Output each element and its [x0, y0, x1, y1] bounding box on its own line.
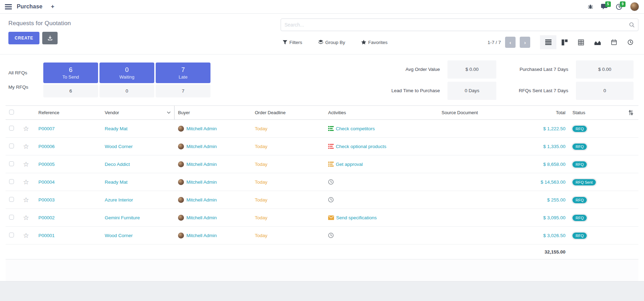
buyer-link[interactable]: Mitchell Admin: [186, 126, 217, 131]
table-row[interactable]: ☆ P00005 Deco Addict Mitchell Admin Toda…: [6, 155, 638, 173]
buyer-link[interactable]: Mitchell Admin: [186, 197, 217, 203]
kpi-late[interactable]: 7 Late: [156, 63, 210, 83]
column-header-total[interactable]: Total: [531, 110, 569, 115]
kpi-my-waiting[interactable]: 0: [99, 85, 154, 97]
favorite-star-icon[interactable]: ☆: [23, 178, 29, 186]
messages-icon[interactable]: 5: [601, 3, 608, 10]
create-button[interactable]: CREATE: [8, 32, 39, 44]
filters-button[interactable]: Filters: [283, 40, 302, 45]
adjust-columns-icon[interactable]: [628, 110, 634, 115]
total-amount: $ 3,026.50: [543, 233, 565, 238]
favorite-star-icon[interactable]: ☆: [23, 161, 29, 168]
status-badge: RFQ: [572, 161, 587, 168]
group-by-button[interactable]: Group By: [318, 40, 345, 45]
table-row[interactable]: ☆ P00004 Ready Mat Mitchell Admin Today …: [6, 173, 638, 191]
activities-clock-icon[interactable]: 9: [616, 3, 622, 10]
activity-view-button[interactable]: [622, 35, 638, 49]
layers-icon: [318, 40, 323, 45]
activity-tasks-icon[interactable]: [328, 126, 334, 131]
search-input[interactable]: [284, 22, 629, 28]
vendor-link[interactable]: Gemini Furniture: [105, 215, 140, 220]
vendor-link[interactable]: Ready Mat: [105, 179, 127, 185]
activity-label[interactable]: Check competitors: [336, 126, 375, 131]
buyer-link[interactable]: Mitchell Admin: [186, 162, 217, 167]
row-checkbox[interactable]: [9, 197, 14, 202]
column-header-status[interactable]: Status: [569, 110, 607, 115]
reference-link[interactable]: P00007: [38, 126, 55, 131]
column-header-reference[interactable]: Reference: [35, 110, 101, 115]
table-row[interactable]: ☆ P00002 Gemini Furniture Mitchell Admin…: [6, 209, 638, 227]
buyer-link[interactable]: Mitchell Admin: [186, 179, 217, 185]
row-checkbox[interactable]: [9, 233, 14, 237]
row-checkbox[interactable]: [9, 126, 14, 131]
column-header-buyer[interactable]: Buyer: [175, 110, 251, 115]
buyer-link[interactable]: Mitchell Admin: [186, 215, 217, 220]
row-checkbox[interactable]: [9, 215, 14, 220]
activity-envelope-icon[interactable]: [328, 215, 334, 220]
table-row[interactable]: ☆ P00006 Wood Corner Mitchell Admin Toda…: [6, 138, 638, 155]
reference-link[interactable]: P00005: [38, 162, 55, 167]
kanban-view-button[interactable]: [556, 35, 573, 49]
kpi-my-late[interactable]: 7: [156, 85, 210, 97]
debug-bug-icon[interactable]: [587, 4, 593, 10]
activity-tasks-icon[interactable]: [328, 162, 334, 167]
vendor-link[interactable]: Azure Interior: [105, 197, 133, 203]
reference-link[interactable]: P00004: [38, 179, 55, 185]
favorite-star-icon[interactable]: ☆: [23, 143, 29, 150]
activities-count-badge: 9: [620, 1, 626, 7]
vendor-link[interactable]: Wood Corner: [105, 233, 133, 238]
calendar-view-button[interactable]: [606, 35, 622, 49]
table-row[interactable]: ☆ P00001 Wood Corner Mitchell Admin Toda…: [6, 227, 638, 244]
new-tab-button[interactable]: +: [51, 3, 54, 10]
app-title[interactable]: Purchase: [17, 3, 43, 10]
favorite-star-icon[interactable]: ☆: [23, 196, 29, 204]
table-row[interactable]: ☆ P00007 Ready Mat Mitchell Admin Today …: [6, 120, 638, 138]
column-header-activities[interactable]: Activities: [325, 110, 438, 115]
order-deadline: Today: [255, 179, 267, 185]
favorite-star-icon[interactable]: ☆: [23, 125, 29, 132]
vendor-link[interactable]: Ready Mat: [105, 126, 127, 131]
column-header-order-deadline[interactable]: Order Deadline: [251, 110, 325, 115]
favorite-star-icon[interactable]: ☆: [23, 214, 29, 221]
vendor-link[interactable]: Wood Corner: [105, 144, 133, 149]
reference-link[interactable]: P00003: [38, 197, 55, 203]
row-checkbox[interactable]: [9, 179, 14, 184]
select-all-checkbox[interactable]: [9, 110, 14, 115]
activity-clock-icon[interactable]: [328, 233, 334, 238]
buyer-link[interactable]: Mitchell Admin: [186, 144, 217, 149]
search-bar[interactable]: [281, 19, 638, 31]
kpi-to-send[interactable]: 6 To Send: [43, 63, 98, 83]
favorites-button[interactable]: Favorites: [361, 40, 388, 45]
export-button[interactable]: [42, 32, 58, 44]
user-avatar[interactable]: [630, 2, 639, 11]
list-view-button[interactable]: [540, 35, 556, 49]
reference-link[interactable]: P00001: [38, 233, 55, 238]
vendor-link[interactable]: Deco Addict: [105, 162, 130, 167]
graph-view-button[interactable]: [589, 35, 606, 49]
reference-link[interactable]: P00002: [38, 215, 55, 220]
activity-clock-icon[interactable]: [328, 197, 334, 203]
activity-clock-icon[interactable]: [328, 179, 334, 185]
table-row[interactable]: ☆ P00003 Azure Interior Mitchell Admin T…: [6, 191, 638, 209]
row-checkbox[interactable]: [9, 144, 14, 148]
activity-label[interactable]: Check optional products: [336, 144, 386, 149]
apps-menu-icon[interactable]: [5, 4, 12, 9]
activity-label[interactable]: Get approval: [336, 162, 363, 167]
stat-label: Avg Order Value: [391, 67, 440, 72]
sort-chevron-down-icon: [167, 111, 171, 114]
pager-next-button[interactable]: ›: [520, 37, 530, 48]
favorite-star-icon[interactable]: ☆: [23, 232, 29, 239]
search-icon[interactable]: [629, 22, 635, 28]
kpi-my-to-send[interactable]: 6: [43, 85, 98, 97]
activity-tasks-icon[interactable]: [328, 144, 334, 149]
buyer-link[interactable]: Mitchell Admin: [186, 233, 217, 238]
kpi-waiting[interactable]: 0 Waiting: [99, 63, 154, 83]
pivot-view-button[interactable]: [573, 35, 589, 49]
pager-previous-button[interactable]: ‹: [505, 37, 516, 48]
row-checkbox[interactable]: [9, 161, 14, 166]
column-header-source-document[interactable]: Source Document: [438, 110, 531, 115]
column-header-vendor[interactable]: Vendor: [101, 106, 175, 119]
view-switcher: [540, 35, 638, 49]
reference-link[interactable]: P00006: [38, 144, 55, 149]
activity-label[interactable]: Send specifications: [336, 215, 377, 220]
